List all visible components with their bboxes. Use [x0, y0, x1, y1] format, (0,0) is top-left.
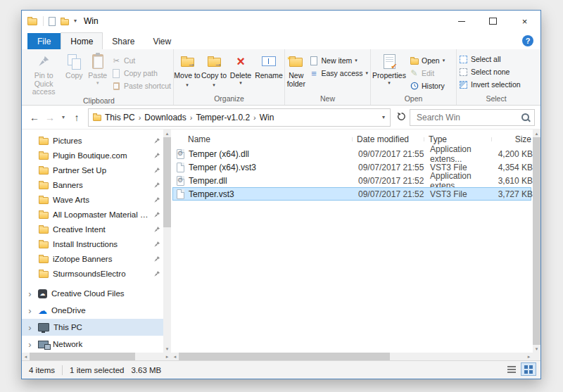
file-size: 3,727 KB	[493, 189, 533, 199]
scroll-down-icon[interactable]: ▾	[163, 345, 171, 353]
tab-home[interactable]: Home	[61, 32, 103, 49]
scrollbar-thumb[interactable]	[533, 137, 540, 345]
sidebar-item-network[interactable]: › Network	[22, 336, 163, 353]
maximize-button[interactable]	[477, 11, 509, 32]
tab-view[interactable]: View	[144, 33, 180, 49]
column-header-date[interactable]: Date modified	[353, 134, 424, 144]
forward-button[interactable]: →	[43, 112, 57, 123]
sidebar-item-sturmsounds[interactable]: SturmsoundsElectro	[22, 266, 163, 281]
chevron-right-icon[interactable]: ›	[26, 323, 34, 332]
qat-customize-dropdown-icon[interactable]: ▾	[74, 18, 77, 24]
scroll-right-icon[interactable]: ▸	[525, 353, 533, 360]
file-vertical-scrollbar[interactable]: ▴ ▾	[533, 129, 540, 353]
chevron-right-icon[interactable]: ›	[26, 306, 34, 315]
new-folder-button[interactable]: ✶ New folder	[285, 51, 308, 88]
button-label: Rename	[255, 72, 283, 80]
search-input[interactable]	[415, 112, 517, 123]
qat-properties-icon[interactable]	[49, 17, 56, 26]
properties-button[interactable]: ✔ Properties ▾	[371, 51, 407, 85]
close-button[interactable]: ×	[509, 11, 540, 32]
sidebar-item-creative-intent[interactable]: Creative Intent	[22, 222, 163, 236]
sidebar-item-all-loopmaster[interactable]: All Loopmaster Material Folders	[22, 207, 163, 222]
pin-to-quick-access-button[interactable]: Pin to Quick access	[25, 51, 63, 96]
nav-horizontal-scrollbar[interactable]: ◂ ▸	[22, 353, 171, 360]
easy-access-button[interactable]: ≡ Easy access ▾	[308, 67, 370, 80]
scrollbar-thumb[interactable]	[30, 353, 135, 360]
copy-to-icon: →	[208, 52, 221, 70]
details-view-button[interactable]	[504, 362, 519, 376]
ribbon-group-open: ✔ Properties ▾ Open ▾ ✎ Edit	[371, 49, 457, 105]
rename-button[interactable]: Rename	[254, 51, 284, 80]
file-row[interactable]: ⚙ Temper.dll 09/07/2017 21:52 Applicatio…	[172, 174, 531, 187]
sidebar-item-izotope-banners[interactable]: iZotope Banners	[22, 251, 163, 266]
chevron-right-icon[interactable]: ›	[26, 340, 34, 349]
column-header-type[interactable]: Type	[424, 134, 492, 144]
file-horizontal-scrollbar[interactable]: ◂ ▸	[171, 353, 533, 360]
qat-new-folder-icon[interactable]	[61, 19, 69, 25]
view-toggle-buttons	[504, 362, 536, 376]
select-all-button[interactable]: Select all	[457, 53, 523, 65]
column-header-name[interactable]: Name	[171, 134, 353, 144]
ribbon-tab-row: File Home Share View ?	[22, 32, 540, 49]
chevron-right-icon[interactable]: ›	[26, 289, 34, 298]
cut-button[interactable]: ✂ Cut	[110, 54, 173, 67]
folder-icon	[39, 241, 49, 248]
scrollbar-thumb[interactable]	[163, 137, 171, 227]
breadcrumb-this-pc[interactable]: This PC	[101, 113, 139, 122]
scroll-up-icon[interactable]: ▴	[533, 129, 540, 137]
refresh-button[interactable]	[394, 112, 408, 123]
thumbnails-view-button[interactable]	[521, 362, 536, 376]
copy-button[interactable]: Copy	[63, 51, 85, 80]
sidebar-item-this-pc[interactable]: › This PC	[22, 319, 163, 336]
search-box[interactable]	[410, 109, 535, 126]
invert-selection-button[interactable]: Invert selection	[457, 78, 523, 91]
dll-file-icon: ⚙	[177, 176, 184, 186]
invert-selection-icon	[459, 81, 468, 89]
button-label: Delete	[230, 72, 251, 80]
help-button[interactable]: ?	[522, 35, 533, 46]
sidebar-item-pictures[interactable]: Pictures	[22, 133, 163, 148]
breadcrumb-win[interactable]: Win	[256, 113, 278, 122]
open-button[interactable]: Open ▾	[407, 54, 447, 67]
file-row[interactable]: ⚙ Temper (x64).dll 09/07/2017 21:55 Appl…	[172, 147, 531, 160]
scroll-down-icon[interactable]: ▾	[533, 345, 540, 353]
address-box[interactable]: This PC › Downloads › Temper-v1.0.2 › Wi…	[88, 108, 391, 127]
up-button[interactable]: ↑	[70, 112, 84, 123]
breadcrumb-temper-folder[interactable]: Temper-v1.0.2	[192, 113, 253, 122]
nav-vertical-scrollbar[interactable]: ▴ ▾	[163, 129, 171, 353]
button-label: Paste	[88, 72, 107, 80]
scroll-up-icon[interactable]: ▴	[163, 129, 171, 137]
sidebar-item-partner-set-up[interactable]: Partner Set Up	[22, 163, 163, 177]
vst3-file-icon	[177, 163, 184, 172]
paste-shortcut-button[interactable]: Paste shortcut	[110, 80, 173, 92]
file-row-selected[interactable]: Temper.vst3 09/07/2017 21:52 VST3 File 3…	[172, 187, 531, 201]
sidebar-item-plugin-boutique[interactable]: Plugin Boutique.com	[22, 148, 163, 163]
delete-button[interactable]: × Delete ▾	[227, 51, 254, 85]
sidebar-item-banners[interactable]: Banners	[22, 177, 163, 192]
select-none-button[interactable]: Select none	[457, 65, 523, 78]
scroll-left-icon[interactable]: ◂	[171, 353, 179, 360]
sidebar-item-wave-arts[interactable]: Wave Arts	[22, 192, 163, 207]
file-name: Temper (x64).dll	[189, 149, 249, 159]
history-button[interactable]: History	[407, 80, 447, 92]
breadcrumb-downloads[interactable]: Downloads	[141, 113, 189, 122]
sidebar-item-install-instructions[interactable]: Install Instructions	[22, 236, 163, 251]
minimize-button[interactable]	[445, 11, 477, 32]
sidebar-item-onedrive[interactable]: › ☁ OneDrive	[22, 302, 163, 319]
address-dropdown-icon[interactable]: ▾	[377, 114, 390, 120]
edit-button[interactable]: ✎ Edit	[407, 67, 447, 80]
column-header-size[interactable]: Size	[492, 134, 533, 144]
recent-locations-dropdown[interactable]: ▾	[58, 114, 68, 120]
paste-button[interactable]: Paste ▾	[86, 51, 110, 85]
back-button[interactable]: ←	[27, 112, 42, 123]
tab-share[interactable]: Share	[103, 33, 144, 49]
copy-to-button[interactable]: → Copy to ▾	[201, 51, 227, 89]
scroll-right-icon[interactable]: ▸	[163, 353, 171, 360]
sidebar-item-creative-cloud-files[interactable]: › ☁ Creative Cloud Files	[22, 285, 163, 302]
copy-path-button[interactable]: Copy path	[110, 67, 173, 80]
scroll-left-icon[interactable]: ◂	[22, 353, 30, 360]
scrollbar-thumb[interactable]	[179, 353, 390, 360]
move-to-button[interactable]: → Move to ▾	[174, 51, 201, 89]
new-item-button[interactable]: New item ▾	[308, 54, 370, 67]
tab-file[interactable]: File	[27, 33, 61, 49]
